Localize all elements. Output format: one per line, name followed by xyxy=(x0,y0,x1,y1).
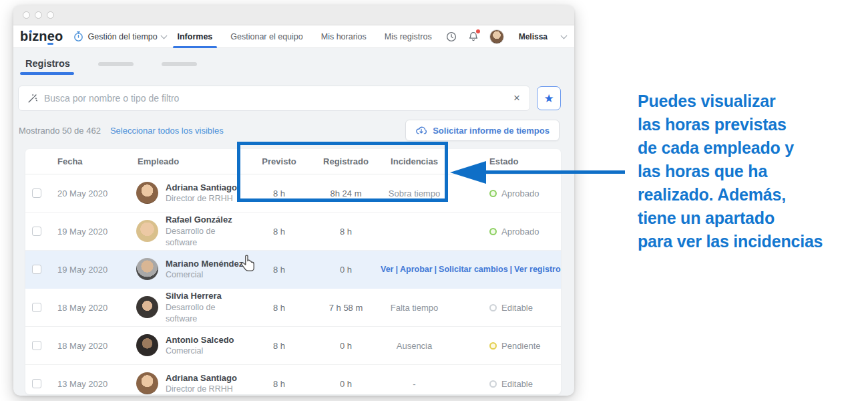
annotation-arrow-line xyxy=(485,170,625,174)
cell-incident: Ausencia xyxy=(379,341,449,351)
cell-date: 19 May 2020 xyxy=(52,265,132,275)
action-link-ver[interactable]: Ver xyxy=(381,265,393,274)
search-input[interactable]: Busca por nombre o tipo de filtro × xyxy=(18,86,530,111)
bizneo-logo[interactable]: bizneo xyxy=(20,29,63,44)
annotation-line: las horas previstas xyxy=(638,113,858,136)
notifications-bell-icon[interactable] xyxy=(467,31,479,43)
employee-avatar xyxy=(136,182,158,204)
stopwatch-icon xyxy=(73,31,84,42)
nav-informes[interactable]: Informes xyxy=(178,25,213,48)
employee-name: Mariano Menéndez xyxy=(166,258,243,270)
cell-planned-hours: 8 h xyxy=(246,227,312,237)
screenshot-root: bizneo Gestión del tiempo InformesGestio… xyxy=(0,0,868,401)
filter-bar: Busca por nombre o tipo de filtro × ★ xyxy=(18,86,561,111)
app-header: bizneo Gestión del tiempo InformesGestio… xyxy=(13,25,574,48)
window-maximize-button[interactable] xyxy=(47,11,54,19)
row-checkbox[interactable] xyxy=(32,341,41,350)
employee-avatar xyxy=(136,258,158,280)
select-all-link[interactable]: Seleccionar todos los visibles xyxy=(110,126,224,136)
cell-employee: Rafael GonzálezDesarrollo de software xyxy=(132,214,246,248)
column-header-previsto: Previsto xyxy=(246,156,312,166)
row-checkbox[interactable] xyxy=(32,379,41,388)
annotation-line: tiene un apartado xyxy=(638,207,858,230)
user-menu-name[interactable]: Melissa xyxy=(519,32,548,41)
cell-recorded-hours: 0 h xyxy=(312,341,379,351)
table-row[interactable]: 19 May 2020Mariano MenéndezComercial8 h0… xyxy=(25,251,561,289)
status-label: Aprobado xyxy=(501,188,539,198)
employee-role: Director de RRHH xyxy=(166,384,237,394)
cell-employee: Adriana SantiagoDirector de RRHH xyxy=(132,372,246,394)
cell-date: 19 May 2020 xyxy=(52,227,132,237)
row-actions: Ver|Aprobar|Solicitar cambios|Ver regist… xyxy=(379,265,561,274)
save-filter-favorite-button[interactable]: ★ xyxy=(537,86,561,110)
column-header-incidencias: Incidencias xyxy=(379,156,449,166)
table-row[interactable]: 13 May 2020Adriana SantiagoDirector de R… xyxy=(25,365,561,394)
cell-status: Editable xyxy=(449,303,561,313)
chevron-down-icon xyxy=(160,32,167,39)
tab-placeholder[interactable] xyxy=(162,62,197,66)
nav-gestionar-el-equipo[interactable]: Gestionar el equipo xyxy=(230,25,302,48)
time-clock-icon[interactable] xyxy=(445,31,457,43)
row-checkbox[interactable] xyxy=(32,227,41,236)
logo-accent-dot xyxy=(29,30,32,33)
table-row[interactable]: 18 May 2020Antonio SalcedoComercial8 h0 … xyxy=(25,327,561,365)
star-icon: ★ xyxy=(544,93,554,104)
cell-date: 18 May 2020 xyxy=(52,303,132,313)
main-navigation: InformesGestionar el equipoMis horariosM… xyxy=(178,25,432,48)
cell-planned-hours: 8 h xyxy=(246,341,312,351)
records-table: FechaEmpleadoPrevistoRegistradoIncidenci… xyxy=(25,149,561,394)
table-body: 20 May 2020Adriana SantiagoDirector de R… xyxy=(25,174,561,394)
action-link-solicitar-cambios[interactable]: Solicitar cambios xyxy=(439,265,508,274)
employee-name: Silvia Herrera xyxy=(166,290,246,302)
employee-role: Comercial xyxy=(166,269,243,281)
cloud-download-icon xyxy=(415,124,427,136)
tab-placeholder[interactable] xyxy=(98,62,134,66)
search-placeholder: Busca por nombre o tipo de filtro xyxy=(44,93,512,104)
request-time-report-label: Solicitar informe de tiempos xyxy=(433,126,550,136)
logo-accent-dash xyxy=(47,43,53,45)
action-link-aprobar[interactable]: Aprobar xyxy=(400,265,433,274)
annotation-line: las horas que ha xyxy=(638,160,858,183)
nav-mis-registros[interactable]: Mis registros xyxy=(385,25,432,48)
employee-name: Adriana Santiago xyxy=(166,372,237,384)
status-dot xyxy=(489,228,497,235)
status-label: Editable xyxy=(501,303,533,313)
table-row[interactable]: 19 May 2020Rafael GonzálezDesarrollo de … xyxy=(25,213,561,251)
section-tabs: Registros xyxy=(25,55,561,75)
cell-recorded-hours: 0 h xyxy=(312,265,379,275)
status-label: Aprobado xyxy=(501,227,539,237)
status-dot xyxy=(489,190,497,197)
cell-status: Editable xyxy=(449,379,561,389)
product-switcher[interactable]: Gestión del tiempo xyxy=(88,32,158,41)
nav-mis-horarios[interactable]: Mis horarios xyxy=(321,25,367,48)
window-close-button[interactable] xyxy=(23,11,30,19)
window-titlebar xyxy=(13,5,574,25)
annotation-line: para ver las incidencias xyxy=(638,230,858,253)
logo-text: bizneo xyxy=(20,29,63,43)
row-checkbox[interactable] xyxy=(32,265,41,274)
window-minimize-button[interactable] xyxy=(35,11,42,19)
action-separator: | xyxy=(508,265,515,274)
employee-role: Comercial xyxy=(166,346,234,357)
user-avatar[interactable] xyxy=(489,29,504,44)
employee-role: Director de RRHH xyxy=(166,193,237,205)
cell-date: 13 May 2020 xyxy=(52,379,132,389)
cell-date: 20 May 2020 xyxy=(52,188,132,198)
cell-incident: Falta tiempo xyxy=(379,303,449,313)
status-dot xyxy=(489,380,497,388)
results-count: Mostrando 50 de 462 xyxy=(19,126,101,136)
clear-search-icon[interactable]: × xyxy=(512,92,521,105)
table-row[interactable]: 18 May 2020Silvia HerreraDesarrollo de s… xyxy=(25,289,561,327)
column-header-fecha: Fecha xyxy=(52,156,132,166)
action-separator: | xyxy=(433,265,439,274)
hand-cursor-icon xyxy=(239,254,256,274)
tab-registros[interactable]: Registros xyxy=(25,58,70,75)
request-time-report-button[interactable]: Solicitar informe de tiempos xyxy=(405,120,560,141)
row-checkbox[interactable] xyxy=(32,188,41,198)
action-link-ver-registros[interactable]: Ver registros xyxy=(514,265,561,274)
cell-planned-hours: 8 h xyxy=(246,303,312,313)
row-checkbox[interactable] xyxy=(32,303,41,312)
cell-incident: Sobra tiempo xyxy=(379,188,449,198)
cell-recorded-hours: 7 h 58 m xyxy=(312,303,379,313)
status-label: Editable xyxy=(501,379,533,389)
